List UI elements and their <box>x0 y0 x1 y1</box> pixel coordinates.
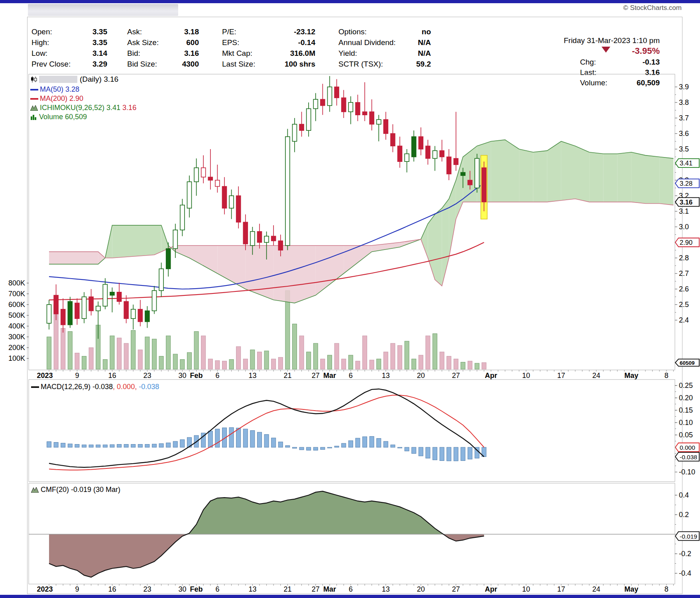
svg-text:30: 30 <box>178 372 186 380</box>
svg-text:Apr: Apr <box>485 585 497 593</box>
svg-text:300K: 300K <box>8 333 25 341</box>
svg-text:-0.2: -0.2 <box>679 550 691 558</box>
svg-text:0.4: 0.4 <box>679 491 689 499</box>
svg-text:2.7: 2.7 <box>679 269 689 277</box>
svg-text:30: 30 <box>178 585 186 593</box>
svg-text:3.16: 3.16 <box>680 199 692 206</box>
svg-text:3.8: 3.8 <box>679 98 689 106</box>
svg-text:2023: 2023 <box>37 372 53 380</box>
ichimoku-last-value: 3.16 <box>122 104 136 112</box>
svg-text:400K: 400K <box>8 322 25 330</box>
svg-text:0.15: 0.15 <box>679 406 693 414</box>
svg-text:0.2: 0.2 <box>679 511 689 519</box>
svg-text:3.28: 3.28 <box>680 180 692 187</box>
svg-text:0.05: 0.05 <box>679 431 693 439</box>
svg-text:0.000: 0.000 <box>680 444 695 451</box>
svg-text:21: 21 <box>283 372 291 380</box>
svg-text:60509: 60509 <box>680 360 695 366</box>
svg-text:23: 23 <box>143 585 151 593</box>
main-legend-title: (Daily) 3.16 <box>30 75 118 84</box>
svg-text:200K: 200K <box>8 344 25 352</box>
svg-text:10: 10 <box>522 585 530 593</box>
svg-text:13: 13 <box>382 372 390 380</box>
stockchart-svg: 2.42.52.62.72.82.93.03.13.23.33.43.53.63… <box>0 0 700 598</box>
ichimoku-label: ICHIMOKU(9,26,52) 3.41 <box>40 104 120 112</box>
svg-text:3.0: 3.0 <box>679 223 689 231</box>
svg-text:8: 8 <box>665 585 669 593</box>
svg-text:13: 13 <box>248 372 256 380</box>
svg-text:-0.019: -0.019 <box>680 533 697 540</box>
svg-text:May: May <box>624 585 638 593</box>
svg-text:17: 17 <box>557 372 565 380</box>
svg-text:2023: 2023 <box>37 585 53 593</box>
cmf-legend: CMF(20) -0.019 (30 Mar) <box>31 486 120 494</box>
volume-axis: 100K200K300K400K500K600K700K800K <box>8 279 29 362</box>
ichimoku-cloud <box>49 140 673 303</box>
svg-text:24: 24 <box>592 585 600 593</box>
svg-text:-0.038: -0.038 <box>680 454 697 460</box>
legend-ma50: MA(50) 3.28 <box>30 85 79 94</box>
svg-text:27: 27 <box>312 585 320 593</box>
svg-text:27: 27 <box>452 585 460 593</box>
legend-ma200: MA(200) 2.90 <box>30 94 83 103</box>
candles <box>47 76 486 339</box>
svg-text:13: 13 <box>248 585 256 593</box>
macd-signal-value: , 0.000, <box>113 383 137 391</box>
svg-text:8: 8 <box>665 372 669 380</box>
svg-text:Feb: Feb <box>190 372 203 380</box>
svg-text:100K: 100K <box>8 354 25 362</box>
svg-text:23: 23 <box>143 372 151 380</box>
svg-text:2.5: 2.5 <box>679 301 689 309</box>
svg-text:May: May <box>624 372 638 380</box>
macd-panel <box>29 380 675 482</box>
ma50-line-icon <box>30 89 38 90</box>
svg-text:700K: 700K <box>8 290 25 298</box>
svg-text:0.20: 0.20 <box>679 394 693 402</box>
svg-text:17: 17 <box>557 585 565 593</box>
volume-bars-icon <box>30 114 37 120</box>
volume-legend-label: Volume 60,509 <box>39 113 87 121</box>
svg-text:9: 9 <box>75 585 79 593</box>
macd-line-icon <box>31 386 39 388</box>
svg-text:9: 9 <box>75 372 79 380</box>
svg-text:21: 21 <box>283 585 291 593</box>
cmf-mountain-icon <box>31 487 39 493</box>
svg-text:24: 24 <box>592 372 600 380</box>
ma200-line-icon <box>30 98 38 100</box>
svg-text:3.41: 3.41 <box>680 159 692 167</box>
svg-text:27: 27 <box>452 372 460 380</box>
redacted-ticker-inline <box>39 76 77 83</box>
ichimoku-mountain-icon <box>30 105 38 111</box>
volume-bars <box>47 291 486 369</box>
chart-title: (Daily) 3.16 <box>80 75 118 83</box>
svg-text:500K: 500K <box>8 311 25 319</box>
legend-volume: Volume 60,509 <box>30 113 87 121</box>
svg-text:800K: 800K <box>8 279 25 287</box>
svg-text:6: 6 <box>215 372 219 380</box>
svg-text:6: 6 <box>349 372 353 380</box>
bottom-blue-bar <box>0 595 700 598</box>
legend-ichimoku: ICHIMOKU(9,26,52) 3.41 3.16 <box>30 104 136 112</box>
macd-label: MACD(12,26,9) -0.038 <box>41 383 113 391</box>
svg-text:-0.4: -0.4 <box>679 569 691 577</box>
svg-text:Mar: Mar <box>323 372 336 380</box>
svg-text:2.4: 2.4 <box>679 316 689 324</box>
macd-axis: 0.250.200.150.100.05-0.10 <box>675 382 695 476</box>
svg-text:3.6: 3.6 <box>679 130 689 138</box>
main-price-panel <box>29 74 675 370</box>
svg-text:27: 27 <box>312 372 320 380</box>
svg-text:3.5: 3.5 <box>679 145 689 153</box>
svg-text:16: 16 <box>108 372 116 380</box>
svg-text:20: 20 <box>417 585 425 593</box>
x-axis-main: 20239162330Feb6132127Mar6132027Apr101724… <box>37 370 673 380</box>
svg-text:Apr: Apr <box>485 372 497 380</box>
svg-text:20: 20 <box>417 372 425 380</box>
svg-text:2.6: 2.6 <box>679 285 689 293</box>
ma50-label: MA(50) 3.28 <box>40 85 79 93</box>
svg-text:16: 16 <box>108 585 116 593</box>
svg-text:2.8: 2.8 <box>679 254 689 262</box>
svg-text:Feb: Feb <box>190 585 203 593</box>
cmf-label: CMF(20) -0.019 (30 Mar) <box>41 486 120 494</box>
svg-text:6: 6 <box>349 585 353 593</box>
candlestick-icon <box>30 76 37 83</box>
